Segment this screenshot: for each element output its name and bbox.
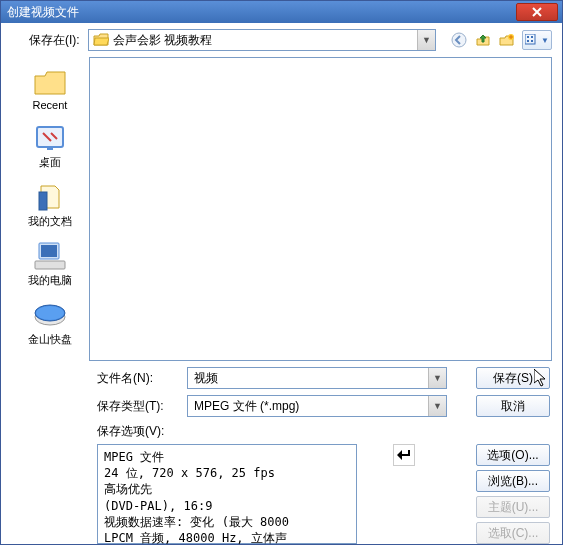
places-bar: Recent 桌面 我的文档 我的电脑 金山快盘	[11, 57, 89, 361]
filetype-dropdown[interactable]: MPEG 文件 (*.mpg) ▼	[187, 395, 447, 417]
svg-rect-12	[35, 261, 65, 269]
filename-input[interactable]: 视频 ▼	[187, 367, 447, 389]
new-folder-icon[interactable]	[498, 31, 516, 49]
filetype-label: 保存类型(T):	[97, 398, 187, 415]
save-options-label: 保存选项(V):	[97, 423, 550, 440]
options-row: MPEG 文件 24 位, 720 x 576, 25 fps 高场优先 (DV…	[97, 444, 550, 544]
window-title: 创建视频文件	[7, 4, 516, 21]
svg-rect-11	[41, 245, 57, 257]
svg-rect-5	[527, 40, 529, 42]
desktop-icon	[33, 123, 67, 153]
filename-row: 文件名(N): 视频 ▼ 保存(S)	[97, 367, 550, 389]
save-in-label: 保存在(I):	[29, 32, 80, 49]
right-buttons: 选项(O)... 浏览(B)... 主题(U)... 选取(C)...	[476, 444, 550, 544]
svg-point-15	[36, 306, 64, 320]
disk-icon	[33, 300, 67, 330]
chevron-down-icon[interactable]: ▼	[428, 368, 446, 388]
svg-rect-4	[531, 36, 533, 38]
place-mycomputer[interactable]: 我的电脑	[16, 237, 84, 294]
filetype-row: 保存类型(T): MPEG 文件 (*.mpg) ▼ 取消	[97, 395, 550, 417]
chevron-down-icon[interactable]: ▼	[428, 396, 446, 416]
close-button[interactable]	[516, 3, 558, 21]
svg-rect-7	[37, 127, 63, 147]
documents-icon	[33, 182, 67, 212]
main-area: Recent 桌面 我的文档 我的电脑 金山快盘	[11, 57, 552, 361]
save-button[interactable]: 保存(S)	[476, 367, 550, 389]
folder-open-icon	[93, 33, 109, 47]
subject-button: 主题(U)...	[476, 496, 550, 518]
title-bar: 创建视频文件	[1, 1, 562, 23]
place-mydocs[interactable]: 我的文档	[16, 178, 84, 235]
place-recent[interactable]: Recent	[16, 63, 84, 117]
svg-rect-8	[47, 147, 53, 150]
save-in-dropdown[interactable]: 会声会影 视频教程 ▼	[88, 29, 436, 51]
svg-rect-6	[531, 40, 533, 42]
folder-icon	[33, 67, 67, 97]
svg-rect-2	[525, 34, 535, 44]
svg-rect-3	[527, 36, 529, 38]
place-desktop[interactable]: 桌面	[16, 119, 84, 176]
file-list-area[interactable]	[89, 57, 552, 361]
svg-rect-9	[39, 192, 47, 210]
return-button[interactable]	[393, 444, 415, 466]
cancel-button[interactable]: 取消	[476, 395, 550, 417]
computer-icon	[33, 241, 67, 271]
filename-label: 文件名(N):	[97, 370, 187, 387]
chevron-down-icon[interactable]: ▼	[417, 30, 435, 50]
views-button[interactable]: ▼	[522, 30, 552, 50]
up-one-level-icon[interactable]	[474, 31, 492, 49]
back-icon[interactable]	[450, 31, 468, 49]
select-button: 选取(C)...	[476, 522, 550, 544]
browse-button[interactable]: 浏览(B)...	[476, 470, 550, 492]
options-button[interactable]: 选项(O)...	[476, 444, 550, 466]
save-in-row: 保存在(I): 会声会影 视频教程 ▼ ▼	[1, 23, 562, 57]
dialog-window: 创建视频文件 保存在(I): 会声会影 视频教程 ▼ ▼	[0, 0, 563, 545]
bottom-panel: 文件名(N): 视频 ▼ 保存(S) 保存类型(T): MPEG 文件 (*.m…	[1, 361, 562, 545]
format-info-box: MPEG 文件 24 位, 720 x 576, 25 fps 高场优先 (DV…	[97, 444, 357, 544]
place-kingsoft[interactable]: 金山快盘	[16, 296, 84, 353]
svg-point-0	[452, 33, 466, 47]
toolbar-icons: ▼	[450, 30, 552, 50]
save-in-value: 会声会影 视频教程	[113, 32, 417, 49]
